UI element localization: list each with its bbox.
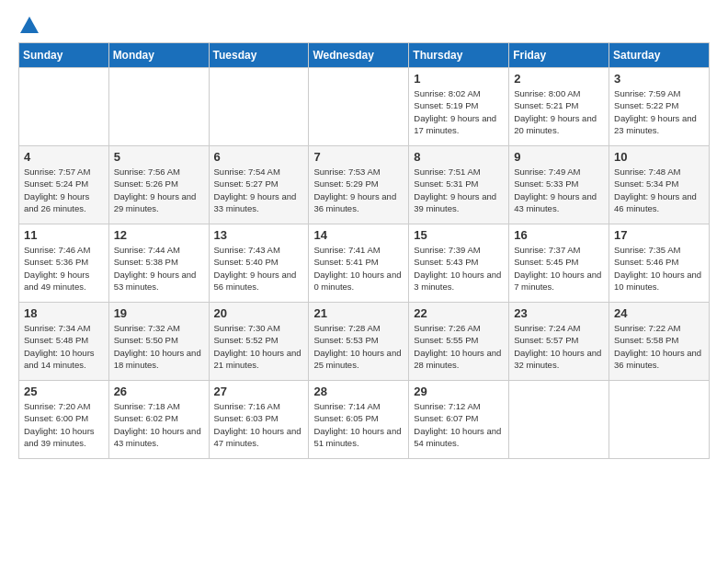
calendar-cell: 1Sunrise: 8:02 AMSunset: 5:19 PMDaylight…: [409, 68, 509, 146]
calendar-cell: [509, 381, 609, 459]
calendar-week-row: 11Sunrise: 7:46 AMSunset: 5:36 PMDayligh…: [19, 224, 710, 303]
calendar-cell: 11Sunrise: 7:46 AMSunset: 5:36 PMDayligh…: [19, 224, 109, 303]
logo-triangle-icon: [20, 17, 39, 33]
day-number: 14: [313, 228, 404, 242]
day-number: 28: [313, 385, 404, 398]
day-info: Sunrise: 7:18 AMSunset: 6:02 PMDaylight:…: [114, 400, 204, 449]
calendar-cell: 24Sunrise: 7:22 AMSunset: 5:58 PMDayligh…: [609, 303, 710, 381]
day-number: 10: [614, 150, 704, 164]
calendar-week-row: 25Sunrise: 7:20 AMSunset: 6:00 PMDayligh…: [19, 381, 710, 459]
day-number: 13: [214, 228, 304, 242]
calendar-week-row: 18Sunrise: 7:34 AMSunset: 5:48 PMDayligh…: [19, 303, 710, 381]
day-info: Sunrise: 7:51 AMSunset: 5:31 PMDaylight:…: [414, 166, 504, 214]
calendar-table: SundayMondayTuesdayWednesdayThursdayFrid…: [18, 42, 710, 459]
day-info: Sunrise: 7:24 AMSunset: 5:57 PMDaylight:…: [514, 322, 604, 371]
day-number: 22: [414, 306, 504, 320]
day-info: Sunrise: 7:34 AMSunset: 5:48 PMDaylight:…: [24, 322, 104, 371]
calendar-cell: 4Sunrise: 7:57 AMSunset: 5:24 PMDaylight…: [19, 146, 109, 224]
weekday-header-monday: Monday: [108, 43, 209, 68]
calendar-cell: 3Sunrise: 7:59 AMSunset: 5:22 PMDaylight…: [609, 68, 710, 146]
day-number: 19: [114, 306, 204, 320]
day-number: 17: [614, 228, 704, 242]
day-number: 2: [514, 72, 604, 86]
day-number: 26: [114, 385, 204, 398]
calendar-cell: 12Sunrise: 7:44 AMSunset: 5:38 PMDayligh…: [108, 224, 209, 303]
day-info: Sunrise: 7:49 AMSunset: 5:33 PMDaylight:…: [514, 166, 604, 214]
day-info: Sunrise: 7:22 AMSunset: 5:58 PMDaylight:…: [614, 322, 704, 371]
day-number: 29: [414, 385, 504, 398]
calendar-cell: 23Sunrise: 7:24 AMSunset: 5:57 PMDayligh…: [509, 303, 609, 381]
calendar-cell: 18Sunrise: 7:34 AMSunset: 5:48 PMDayligh…: [19, 303, 109, 381]
day-info: Sunrise: 8:00 AMSunset: 5:21 PMDaylight:…: [514, 87, 604, 136]
day-info: Sunrise: 7:26 AMSunset: 5:55 PMDaylight:…: [414, 322, 504, 371]
day-info: Sunrise: 7:53 AMSunset: 5:29 PMDaylight:…: [313, 166, 404, 214]
day-number: 8: [414, 150, 504, 164]
day-info: Sunrise: 7:32 AMSunset: 5:50 PMDaylight:…: [114, 322, 204, 371]
day-info: Sunrise: 7:28 AMSunset: 5:53 PMDaylight:…: [313, 322, 404, 371]
day-info: Sunrise: 7:35 AMSunset: 5:46 PMDaylight:…: [614, 244, 704, 293]
weekday-header-saturday: Saturday: [609, 43, 710, 68]
day-info: Sunrise: 7:20 AMSunset: 6:00 PMDaylight:…: [24, 400, 104, 449]
day-info: Sunrise: 7:46 AMSunset: 5:36 PMDaylight:…: [24, 244, 104, 293]
calendar-cell: 26Sunrise: 7:18 AMSunset: 6:02 PMDayligh…: [108, 381, 209, 459]
day-number: 4: [24, 150, 104, 164]
calendar-cell: 22Sunrise: 7:26 AMSunset: 5:55 PMDayligh…: [409, 303, 509, 381]
weekday-header-tuesday: Tuesday: [209, 43, 309, 68]
weekday-header-row: SundayMondayTuesdayWednesdayThursdayFrid…: [19, 43, 710, 68]
day-info: Sunrise: 8:02 AMSunset: 5:19 PMDaylight:…: [414, 87, 504, 136]
calendar-week-row: 4Sunrise: 7:57 AMSunset: 5:24 PMDaylight…: [19, 146, 710, 224]
logo: [18, 18, 39, 33]
day-number: 11: [24, 228, 104, 242]
weekday-header-thursday: Thursday: [409, 43, 509, 68]
calendar-cell: [609, 381, 710, 459]
calendar-cell: 14Sunrise: 7:41 AMSunset: 5:41 PMDayligh…: [309, 224, 409, 303]
day-info: Sunrise: 7:14 AMSunset: 6:05 PMDaylight:…: [313, 400, 404, 449]
calendar-cell: 7Sunrise: 7:53 AMSunset: 5:29 PMDaylight…: [309, 146, 409, 224]
day-number: 23: [514, 306, 604, 320]
calendar-cell: 28Sunrise: 7:14 AMSunset: 6:05 PMDayligh…: [309, 381, 409, 459]
day-number: 1: [414, 72, 504, 86]
calendar-cell: [108, 68, 209, 146]
day-number: 12: [114, 228, 204, 242]
calendar-cell: 6Sunrise: 7:54 AMSunset: 5:27 PMDaylight…: [209, 146, 309, 224]
day-number: 24: [614, 306, 704, 320]
calendar-cell: 27Sunrise: 7:16 AMSunset: 6:03 PMDayligh…: [209, 381, 309, 459]
day-number: 20: [214, 306, 304, 320]
day-number: 3: [614, 72, 704, 86]
day-number: 15: [414, 228, 504, 242]
calendar-cell: 8Sunrise: 7:51 AMSunset: 5:31 PMDaylight…: [409, 146, 509, 224]
day-number: 18: [24, 306, 104, 320]
day-number: 16: [514, 228, 604, 242]
day-info: Sunrise: 7:41 AMSunset: 5:41 PMDaylight:…: [313, 244, 404, 293]
day-info: Sunrise: 7:48 AMSunset: 5:34 PMDaylight:…: [614, 166, 704, 214]
day-info: Sunrise: 7:57 AMSunset: 5:24 PMDaylight:…: [24, 166, 104, 214]
day-info: Sunrise: 7:39 AMSunset: 5:43 PMDaylight:…: [414, 244, 504, 293]
day-number: 9: [514, 150, 604, 164]
day-info: Sunrise: 7:16 AMSunset: 6:03 PMDaylight:…: [214, 400, 304, 449]
calendar-cell: 17Sunrise: 7:35 AMSunset: 5:46 PMDayligh…: [609, 224, 710, 303]
calendar-cell: 19Sunrise: 7:32 AMSunset: 5:50 PMDayligh…: [108, 303, 209, 381]
day-number: 21: [313, 306, 404, 320]
calendar-cell: 10Sunrise: 7:48 AMSunset: 5:34 PMDayligh…: [609, 146, 710, 224]
day-number: 27: [214, 385, 304, 398]
calendar-cell: 29Sunrise: 7:12 AMSunset: 6:07 PMDayligh…: [409, 381, 509, 459]
day-info: Sunrise: 7:37 AMSunset: 5:45 PMDaylight:…: [514, 244, 604, 293]
calendar-cell: 13Sunrise: 7:43 AMSunset: 5:40 PMDayligh…: [209, 224, 309, 303]
calendar-cell: 15Sunrise: 7:39 AMSunset: 5:43 PMDayligh…: [409, 224, 509, 303]
day-info: Sunrise: 7:56 AMSunset: 5:26 PMDaylight:…: [114, 166, 204, 214]
calendar-cell: 16Sunrise: 7:37 AMSunset: 5:45 PMDayligh…: [509, 224, 609, 303]
calendar-cell: [309, 68, 409, 146]
day-info: Sunrise: 7:30 AMSunset: 5:52 PMDaylight:…: [214, 322, 304, 371]
page-header: [18, 18, 710, 33]
day-info: Sunrise: 7:12 AMSunset: 6:07 PMDaylight:…: [414, 400, 504, 449]
calendar-cell: 21Sunrise: 7:28 AMSunset: 5:53 PMDayligh…: [309, 303, 409, 381]
day-number: 25: [24, 385, 104, 398]
calendar-cell: 25Sunrise: 7:20 AMSunset: 6:00 PMDayligh…: [19, 381, 109, 459]
calendar-cell: 5Sunrise: 7:56 AMSunset: 5:26 PMDaylight…: [108, 146, 209, 224]
day-number: 6: [214, 150, 304, 164]
calendar-cell: [19, 68, 109, 146]
calendar-cell: [209, 68, 309, 146]
day-number: 7: [313, 150, 404, 164]
day-info: Sunrise: 7:43 AMSunset: 5:40 PMDaylight:…: [214, 244, 304, 293]
calendar-week-row: 1Sunrise: 8:02 AMSunset: 5:19 PMDaylight…: [19, 68, 710, 146]
